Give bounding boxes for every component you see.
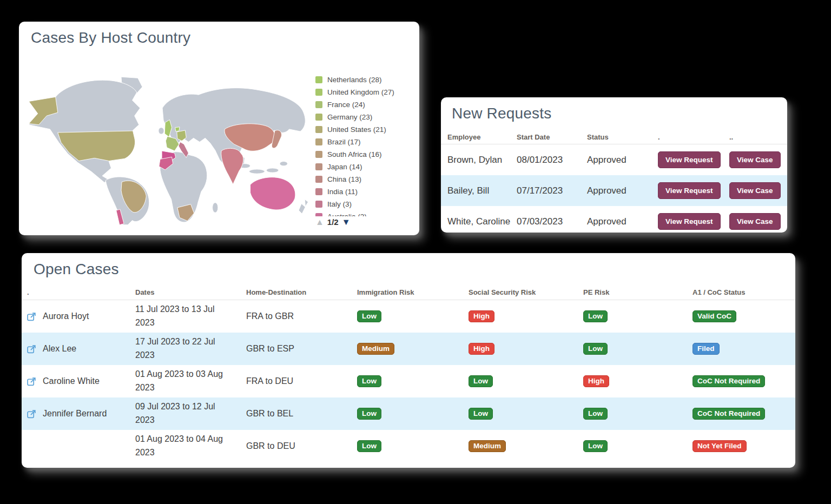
legend-item: Brazil (17) [315,136,414,148]
case-name: Caroline White [43,376,100,386]
social-security-risk-badge: Low [469,408,493,420]
legend-label: Italy (3) [327,200,352,208]
column-header-dates: Dates [135,288,246,296]
legend-label: Australia (2) [327,213,367,216]
column-header-immigration-risk: Immigration Risk [357,288,469,296]
view-request-button[interactable]: View Request [658,213,721,230]
column-header-view-request: . [658,133,729,141]
world-map [23,76,318,226]
social-security-risk-badge: Medium [469,440,506,452]
immigration-risk-badge: Low [357,408,381,420]
legend-item: Germany (23) [315,111,414,123]
legend-swatch [315,201,322,208]
open-cases-panel: Open Cases . Dates Home-Destination Immi… [22,253,795,468]
table-row: Jennifer Bernard 09 Jul 2023 to 12 Jul 2… [22,397,795,430]
view-case-button[interactable]: View Case [729,182,781,199]
open-cases-header-row: . Dates Home-Destination Immigration Ris… [22,284,795,300]
view-case-button[interactable]: View Case [729,151,781,168]
pe-risk-badge: Low [583,310,608,322]
legend-item: India (11) [315,185,414,198]
employee-name: Brown, Dylan [447,155,517,165]
case-dates: 01 Aug 2023 to 03 Aug 2023 [135,368,232,395]
start-date: 07/17/2023 [517,185,587,196]
legend-swatch [315,76,322,83]
legend-swatch [315,163,322,170]
view-request-button[interactable]: View Request [658,151,721,168]
map-panel-title: Cases By Host Country [19,22,419,47]
external-link-icon[interactable] [27,344,36,354]
status-text: Approved [587,185,658,196]
case-dates: 17 Jul 2023 to 22 Jul 2023 [135,335,232,362]
map-country-netherlands [175,127,180,131]
a1-coc-status-badge: Valid CoC [692,310,736,322]
external-link-icon[interactable] [27,409,36,419]
legend-item: Italy (3) [315,198,414,210]
pe-risk-badge: Low [583,408,608,420]
legend-label: United States (21) [327,125,386,134]
case-dates: 09 Jul 2023 to 12 Jul 2023 [135,400,232,427]
legend-swatch [315,176,322,183]
table-row: Alex Lee 17 Jul 2023 to 22 Jul 2023 GBR … [22,333,795,365]
legend-swatch [315,151,322,158]
legend-item: United States (21) [315,123,414,136]
legend-item: South Africa (16) [315,148,414,161]
view-request-button[interactable]: View Request [658,182,721,199]
case-name: Alex Lee [43,344,76,354]
status-text: Approved [587,216,658,227]
external-link-icon[interactable] [27,377,36,386]
legend-label: France (24) [327,101,365,109]
map-region-borneo [249,169,265,174]
status-text: Approved [587,155,658,165]
page-up-icon[interactable]: ▲ [315,218,324,227]
column-header-home-destination: Home-Destination [246,288,357,296]
legend-swatch [315,89,322,96]
case-route: GBR to ESP [246,344,357,354]
map-region-madagascar [213,203,218,213]
table-row: 01 Aug 2023 to 04 Aug 2023 GBR to DEU Lo… [22,430,795,462]
legend-pagination: ▲ 1/2 ▼ [315,217,351,227]
case-dates: 11 Jul 2023 to 13 Jul 2023 [135,303,232,330]
start-date: 08/01/2023 [517,155,587,165]
a1-coc-status-badge: CoC Not Required [692,408,765,420]
legend-swatch [315,213,322,216]
table-row: Bailey, Bill 07/17/2023 Approved View Re… [441,175,787,206]
page-indicator: 1/2 [327,217,339,227]
case-name: Aurora Hoyt [43,311,89,321]
view-case-button[interactable]: View Case [729,213,781,230]
map-region-newguinea [266,168,279,173]
legend-item: France (24) [315,98,414,111]
legend-item: United Kingdom (27) [315,86,414,98]
column-header-view-case: .. [729,133,787,141]
table-row: White, Caroline 07/03/2023 Approved View… [441,206,787,233]
pe-risk-badge: Low [583,343,608,355]
legend-item: Japan (14) [315,161,414,173]
table-row: Brown, Dylan 08/01/2023 Approved View Re… [441,144,787,175]
table-row: Aurora Hoyt 11 Jul 2023 to 13 Jul 2023 F… [22,300,795,333]
column-header-status: Status [587,133,658,141]
social-security-risk-badge: Low [469,375,493,387]
employee-name: White, Caroline [447,216,517,227]
start-date: 07/03/2023 [517,216,587,227]
legend-swatch [315,126,322,133]
legend-item: Netherlands (28) [315,74,414,86]
legend-label: Germany (23) [327,113,372,121]
pe-risk-badge: High [583,375,609,387]
legend-label: China (13) [327,175,361,183]
legend-swatch [315,101,322,108]
case-route: GBR to DEU [246,441,357,451]
immigration-risk-badge: Medium [357,343,394,355]
table-row: Caroline White 01 Aug 2023 to 03 Aug 202… [22,365,795,397]
new-requests-panel: New Requests Employee Start Date Status … [441,97,787,233]
immigration-risk-badge: Low [357,440,381,452]
employee-name: Bailey, Bill [447,185,517,196]
social-security-risk-badge: High [469,343,494,355]
map-country-india [221,148,243,184]
legend-label: Brazil (17) [327,138,361,146]
page-down-icon[interactable]: ▼ [342,218,351,227]
legend-swatch [315,188,322,195]
external-link-icon[interactable] [27,312,36,321]
column-header-start-date: Start Date [517,133,587,141]
legend-label: South Africa (16) [327,150,382,158]
social-security-risk-badge: High [469,310,494,322]
column-header-social-security-risk: Social Security Risk [469,288,583,296]
